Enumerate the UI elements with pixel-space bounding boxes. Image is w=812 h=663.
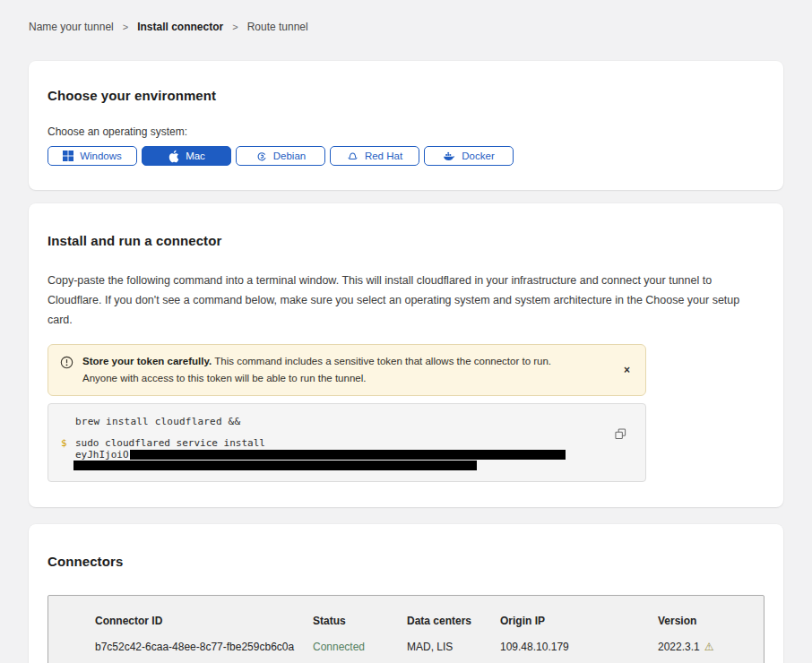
connectors-table-header: Connector ID Status Data centers Origin … <box>95 615 764 627</box>
header-connector-id: Connector ID <box>95 615 313 627</box>
version-number: 2022.3.1 <box>658 641 700 653</box>
code-line-brew: brew install cloudflared && <box>48 416 645 427</box>
token-redaction-bar <box>73 461 477 470</box>
token-warning-text: Store your token carefully. This command… <box>82 353 584 387</box>
install-connector-title: Install and run a connector <box>48 233 764 248</box>
origin-ip-value: 109.48.10.179 <box>500 641 658 653</box>
status-badge: Connected <box>313 641 407 653</box>
os-button-label: Docker <box>462 151 494 161</box>
connectors-table: Connector ID Status Data centers Origin … <box>48 595 764 663</box>
connector-id-value: b7c52c42-6caa-48ee-8c77-fbe259cb6c0a <box>95 641 313 653</box>
choose-environment-card: Choose your environment Choose an operat… <box>29 61 783 190</box>
os-select-label: Choose an operating system: <box>48 125 764 138</box>
apple-icon <box>168 150 179 163</box>
token-prefix-text: eyJhIjoiO <box>75 449 129 461</box>
header-version: Version <box>658 615 764 627</box>
token-warning-title: Store your token carefully. <box>82 356 212 366</box>
os-button-mac[interactable]: Mac <box>142 146 231 166</box>
os-button-group: Windows Mac Debian <box>48 146 764 166</box>
token-warning-banner: Store your token carefully. This command… <box>48 344 646 396</box>
breadcrumb-step-name-your-tunnel[interactable]: Name your tunnel <box>29 21 114 33</box>
windows-icon <box>63 151 73 161</box>
header-data-centers: Data centers <box>407 615 500 627</box>
token-redaction-bar <box>130 450 566 460</box>
docker-icon <box>443 151 455 161</box>
header-origin-ip: Origin IP <box>500 615 658 627</box>
code-line-service-install: $ sudo cloudflared service install <box>48 437 645 449</box>
table-row: b7c52c42-6caa-48ee-8c77-fbe259cb6c0a Con… <box>95 641 764 653</box>
data-centers-value: MAD, LIS <box>407 641 500 653</box>
alert-circle-icon <box>60 356 73 373</box>
breadcrumb-step-install-connector[interactable]: Install connector <box>137 21 223 33</box>
install-connector-card: Install and run a connector Copy-paste t… <box>29 203 783 507</box>
os-button-label: Windows <box>80 151 122 161</box>
connectors-title: Connectors <box>48 554 764 569</box>
shell-prompt: $ <box>48 437 75 449</box>
header-status: Status <box>313 615 407 627</box>
install-description: Copy-paste the following command into a … <box>48 271 764 331</box>
os-button-windows[interactable]: Windows <box>48 146 137 166</box>
breadcrumb-step-route-tunnel[interactable]: Route tunnel <box>247 21 308 33</box>
os-button-docker[interactable]: Docker <box>424 146 514 166</box>
os-button-redhat[interactable]: Red Hat <box>330 146 419 166</box>
version-value: 2022.3.1 ⚠ <box>658 641 764 653</box>
install-command-codeblock: brew install cloudflared && $ sudo cloud… <box>48 403 646 482</box>
os-button-debian[interactable]: Debian <box>236 146 325 166</box>
os-button-label: Mac <box>186 151 205 161</box>
close-icon[interactable]: × <box>620 362 634 378</box>
code-line-token: eyJhIjoiO <box>48 449 645 461</box>
choose-environment-title: Choose your environment <box>48 88 764 103</box>
breadcrumb-separator: > <box>123 22 128 32</box>
os-button-label: Red Hat <box>365 151 402 161</box>
connectors-card: Connectors Connector ID Status Data cent… <box>29 524 783 663</box>
redhat-icon <box>347 151 358 162</box>
os-button-label: Debian <box>273 151 306 161</box>
breadcrumb-separator: > <box>232 22 238 32</box>
tunnel-setup-page: Name your tunnel > Install connector > R… <box>0 0 812 663</box>
copy-icon[interactable] <box>615 428 626 440</box>
version-warning-icon: ⚠ <box>704 641 714 653</box>
breadcrumb: Name your tunnel > Install connector > R… <box>29 0 783 33</box>
debian-icon <box>255 151 267 162</box>
code-command-text: sudo cloudflared service install <box>75 437 265 449</box>
